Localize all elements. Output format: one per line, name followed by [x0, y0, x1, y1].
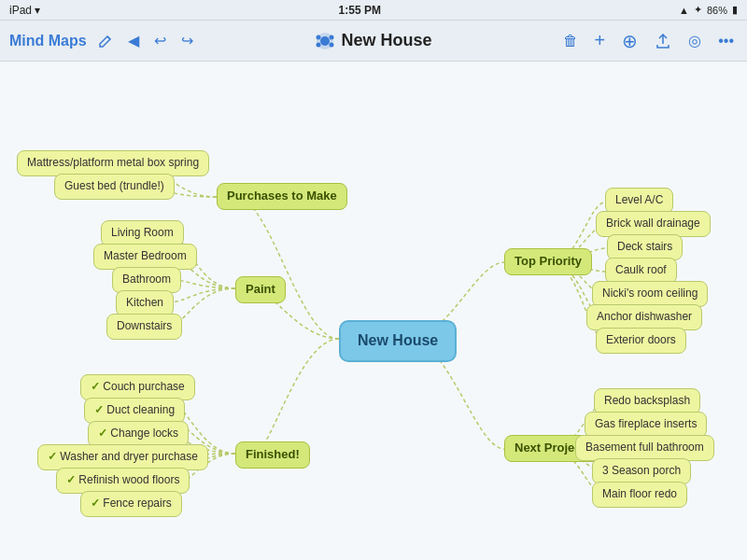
- edit-button[interactable]: [94, 30, 117, 52]
- redo-button[interactable]: ↪: [177, 28, 197, 53]
- season-porch-label: 3 Season porch: [602, 464, 681, 477]
- basement-bathroom-label: Basement full bathroom: [585, 441, 704, 454]
- season-porch-node[interactable]: 3 Season porch: [592, 458, 691, 484]
- couch-purchase-label: Couch purchase: [103, 380, 184, 393]
- paint-branch[interactable]: Paint: [235, 276, 286, 303]
- change-locks-node[interactable]: Change locks: [88, 421, 189, 447]
- bathroom-node[interactable]: Bathroom: [112, 267, 181, 293]
- nicks-ceiling-node[interactable]: Nicki's room ceiling: [592, 281, 708, 307]
- finished-branch[interactable]: Finished!: [235, 441, 310, 469]
- master-bedroom-label: Master Bedroom: [104, 249, 187, 262]
- gas-fireplace-label: Gas fireplace inserts: [595, 417, 697, 430]
- status-left: iPad ▾: [9, 4, 40, 17]
- living-room-label: Living Room: [111, 226, 174, 239]
- redo-backsplash-label: Redo backsplash: [604, 394, 690, 407]
- master-bedroom-node[interactable]: Master Bedroom: [93, 244, 197, 270]
- edit-icon: [98, 34, 113, 49]
- caulk-roof-node[interactable]: Caulk roof: [605, 258, 677, 284]
- main-floor-node[interactable]: Main floor redo: [592, 482, 687, 508]
- toolbar-left: Mind Maps ◀ ↩ ↪: [9, 28, 307, 53]
- washer-dryer-node[interactable]: Washer and dryer purchase: [37, 444, 208, 470]
- redo-backsplash-node[interactable]: Redo backsplash: [594, 388, 700, 414]
- downstairs-node[interactable]: Downstairs: [106, 314, 182, 340]
- paint-label: Paint: [246, 282, 275, 296]
- expand-button[interactable]: ⊕: [618, 26, 641, 56]
- caulk-roof-label: Caulk roof: [615, 263, 667, 276]
- nicks-ceiling-label: Nicki's room ceiling: [602, 287, 698, 300]
- svg-point-3: [330, 35, 334, 39]
- svg-point-1: [320, 36, 330, 46]
- level-ac-node[interactable]: Level A/C: [605, 188, 673, 214]
- guest-bed-node[interactable]: Guest bed (trundle!): [54, 174, 175, 200]
- change-locks-label: Change locks: [110, 427, 178, 440]
- status-time: 1:55 PM: [339, 4, 381, 17]
- brick-wall-label: Brick wall drainage: [606, 217, 700, 230]
- mind-map-canvas: New House Purchases to Make Paint Finish…: [0, 62, 747, 560]
- device-name: iPad ▾: [9, 4, 40, 17]
- svg-point-2: [317, 35, 321, 39]
- main-floor-label: Main floor redo: [602, 487, 677, 500]
- delete-button[interactable]: 🗑: [559, 29, 582, 53]
- couch-purchase-node[interactable]: Couch purchase: [80, 374, 195, 400]
- fence-repairs-label: Fence repairs: [103, 497, 171, 510]
- doc-title: New House: [341, 31, 431, 50]
- downstairs-label: Downstairs: [117, 319, 172, 332]
- mattress-node[interactable]: Mattress/platform metal box spring: [17, 150, 209, 176]
- battery-level: 86%: [707, 5, 727, 16]
- status-bar: iPad ▾ 1:55 PM ▲ ✦ 86% ▮: [0, 0, 747, 21]
- mindmap-logo-icon: [315, 31, 335, 51]
- add-node-button[interactable]: +: [591, 26, 610, 55]
- duct-cleaning-node[interactable]: Duct cleaning: [84, 398, 185, 424]
- center-label: New House: [358, 332, 438, 348]
- back-button[interactable]: ◀: [124, 28, 143, 53]
- toolbar-center: New House: [315, 31, 431, 51]
- share-button[interactable]: [651, 29, 675, 53]
- status-right: ▲ ✦ 86% ▮: [679, 4, 738, 16]
- refinish-floors-label: Refinish wood floors: [78, 473, 179, 486]
- purchases-label: Purchases to Make: [227, 189, 337, 203]
- fence-repairs-node[interactable]: Fence repairs: [80, 491, 182, 517]
- toolbar: Mind Maps ◀ ↩ ↪ New House 🗑 + ⊕ ◎ •••: [0, 21, 747, 62]
- bluetooth-icon: ✦: [694, 4, 702, 16]
- wifi-icon: ▲: [679, 5, 689, 16]
- top-priority-label: Top Priority: [514, 254, 582, 268]
- exterior-doors-node[interactable]: Exterior doors: [596, 328, 686, 354]
- purchases-branch[interactable]: Purchases to Make: [217, 183, 347, 210]
- deck-stairs-label: Deck stairs: [617, 240, 672, 253]
- finished-label: Finished!: [246, 447, 300, 461]
- camera-button[interactable]: ◎: [684, 28, 705, 53]
- svg-point-4: [317, 42, 321, 47]
- app-name[interactable]: Mind Maps: [9, 33, 87, 49]
- toolbar-right: 🗑 + ⊕ ◎ •••: [440, 26, 738, 56]
- anchor-dishwasher-label: Anchor dishwasher: [597, 310, 692, 323]
- brick-wall-node[interactable]: Brick wall drainage: [596, 211, 711, 237]
- basement-bathroom-node[interactable]: Basement full bathroom: [575, 435, 714, 461]
- exterior-doors-label: Exterior doors: [606, 333, 676, 346]
- washer-dryer-label: Washer and dryer purchase: [60, 450, 198, 463]
- anchor-dishwasher-node[interactable]: Anchor dishwasher: [586, 304, 702, 330]
- share-icon: [655, 33, 671, 49]
- mattress-label: Mattress/platform metal box spring: [27, 156, 199, 169]
- kitchen-label: Kitchen: [126, 296, 163, 309]
- level-ac-label: Level A/C: [615, 193, 663, 206]
- deck-stairs-node[interactable]: Deck stairs: [607, 234, 683, 260]
- undo-button[interactable]: ↩: [150, 28, 170, 53]
- battery-icon: ▮: [732, 4, 738, 16]
- kitchen-node[interactable]: Kitchen: [116, 290, 174, 316]
- duct-cleaning-label: Duct cleaning: [106, 403, 175, 416]
- bathroom-label: Bathroom: [122, 273, 171, 286]
- svg-point-5: [330, 42, 334, 47]
- more-button[interactable]: •••: [714, 29, 738, 53]
- refinish-floors-node[interactable]: Refinish wood floors: [56, 468, 190, 494]
- guest-bed-label: Guest bed (trundle!): [64, 179, 164, 192]
- center-node[interactable]: New House: [339, 320, 457, 362]
- living-room-node[interactable]: Living Room: [101, 220, 184, 246]
- gas-fireplace-node[interactable]: Gas fireplace inserts: [585, 412, 707, 438]
- top-priority-branch[interactable]: Top Priority: [504, 248, 592, 275]
